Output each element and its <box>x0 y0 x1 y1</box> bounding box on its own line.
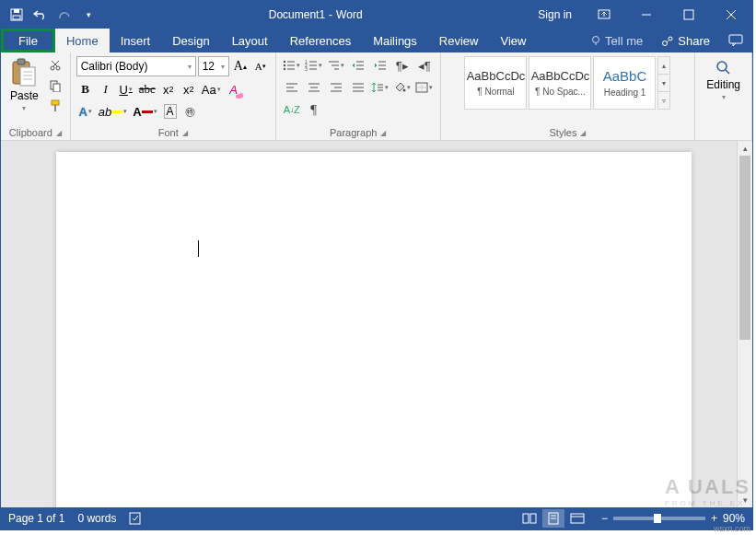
highlight-button[interactable]: ab▾ <box>97 102 129 121</box>
underline-button[interactable]: U▾ <box>117 80 135 99</box>
align-right-button[interactable] <box>326 78 346 97</box>
comments-button[interactable] <box>719 34 752 47</box>
scroll-thumb[interactable] <box>739 156 750 340</box>
tab-review[interactable]: Review <box>428 29 490 52</box>
tab-file[interactable]: File <box>1 29 55 52</box>
clipboard-dialog-launcher[interactable]: ◢ <box>56 129 62 137</box>
vertical-scrollbar[interactable]: ▴ ▾ <box>737 141 752 507</box>
quick-access-toolbar: ▾ <box>1 1 104 29</box>
style-preview: AaBbCcDc <box>531 69 590 83</box>
tab-references[interactable]: References <box>279 29 362 52</box>
zoom-level[interactable]: 90% <box>723 512 745 525</box>
enclose-characters-button[interactable]: ㊕ <box>181 102 200 121</box>
qat-customize-icon[interactable]: ▾ <box>80 6 97 23</box>
sign-in-button[interactable]: Sign in <box>527 8 583 21</box>
expand-gallery-icon[interactable]: ▿ <box>658 92 669 109</box>
paint-bucket-icon <box>393 82 406 93</box>
watermark: A UALS FROM THE EX <box>665 475 750 507</box>
paste-button[interactable]: Paste ▾ <box>6 56 42 115</box>
proofing-status[interactable] <box>129 512 144 525</box>
increase-indent-button[interactable] <box>370 56 390 75</box>
rtl-button[interactable]: ◂¶ <box>414 56 435 75</box>
web-layout-button[interactable] <box>566 509 588 528</box>
borders-button[interactable]: ▾ <box>414 78 435 97</box>
document-page[interactable] <box>56 152 692 507</box>
style-no-spacing[interactable]: AaBbCcDc ¶ No Spac... <box>529 56 591 110</box>
strikethrough-button[interactable]: abc <box>137 80 157 99</box>
scroll-up-icon[interactable]: ▴ <box>658 57 669 75</box>
font-dialog-launcher[interactable]: ◢ <box>182 129 188 137</box>
page-number-status[interactable]: Page 1 of 1 <box>8 512 64 525</box>
multilevel-list-button[interactable]: ▾ <box>326 56 346 75</box>
close-button[interactable] <box>710 1 752 29</box>
group-paragraph: ▾ 123▾ ▾ ¶▸ ◂¶ ▾ ▾ ▾ <box>276 52 441 140</box>
read-mode-button[interactable] <box>518 509 541 528</box>
line-spacing-button[interactable]: ▾ <box>370 78 390 97</box>
scroll-down-icon[interactable]: ▾ <box>658 75 669 92</box>
align-left-button[interactable] <box>282 78 302 97</box>
styles-gallery-scroll[interactable]: ▴ ▾ ▿ <box>657 56 670 110</box>
tell-me-search[interactable]: Tell me <box>581 34 652 48</box>
style-heading-1[interactable]: AaBbC Heading 1 <box>593 56 656 110</box>
tab-mailings[interactable]: Mailings <box>362 29 428 52</box>
paste-label: Paste <box>10 89 39 102</box>
bold-button[interactable]: B <box>76 80 95 99</box>
italic-button[interactable]: I <box>97 80 115 99</box>
zoom-out-button[interactable]: − <box>601 512 608 525</box>
word-count-status[interactable]: 0 words <box>77 512 116 525</box>
svg-rect-28 <box>236 93 243 99</box>
show-hide-button[interactable]: ¶ <box>304 100 324 119</box>
ltr-button[interactable]: ¶▸ <box>392 56 413 75</box>
shading-button[interactable]: ▾ <box>392 78 413 97</box>
clear-formatting-button[interactable]: A <box>225 80 243 99</box>
tab-home[interactable]: Home <box>55 29 110 52</box>
character-shading-button[interactable]: A <box>161 102 180 121</box>
justify-button[interactable] <box>348 78 368 97</box>
maximize-button[interactable] <box>668 1 710 29</box>
decrease-indent-button[interactable] <box>348 56 368 75</box>
bullets-button[interactable]: ▾ <box>282 56 302 75</box>
grow-font-button[interactable]: A▴ <box>231 57 250 76</box>
sort-button[interactable]: A↓Z <box>282 100 302 119</box>
zoom-slider-thumb[interactable] <box>654 514 661 523</box>
redo-icon[interactable] <box>56 6 73 23</box>
copy-button[interactable] <box>46 76 64 95</box>
cut-button[interactable] <box>46 56 64 75</box>
svg-rect-2 <box>13 16 20 19</box>
save-icon[interactable] <box>8 6 25 23</box>
svg-line-12 <box>667 40 669 42</box>
tab-design[interactable]: Design <box>161 29 220 52</box>
read-mode-icon <box>522 513 537 524</box>
numbering-button[interactable]: 123▾ <box>304 56 324 75</box>
font-size-combo[interactable]: 12▾ <box>198 56 229 76</box>
print-layout-button[interactable] <box>542 509 564 528</box>
editing-button[interactable]: Editing ▾ <box>701 56 746 105</box>
zoom-in-button[interactable]: + <box>711 512 717 525</box>
text-effects-button[interactable]: A▾ <box>76 102 95 121</box>
undo-icon[interactable] <box>32 6 49 23</box>
styles-dialog-launcher[interactable]: ◢ <box>580 129 586 137</box>
font-color-button[interactable]: A▾ <box>131 102 158 121</box>
superscript-button[interactable]: x2 <box>180 80 198 99</box>
style-name: ¶ Normal <box>477 87 514 97</box>
shrink-font-button[interactable]: A▾ <box>251 57 270 76</box>
ribbon-display-options-icon[interactable] <box>583 1 625 29</box>
minimize-button[interactable] <box>625 1 668 29</box>
font-name-combo[interactable]: Calibri (Body)▾ <box>76 56 196 76</box>
tab-insert[interactable]: Insert <box>110 29 162 52</box>
ribbon: Paste ▾ Clipboard ◢ Calibri (Body)▾ 12▾ … <box>1 52 752 141</box>
lightbulb-icon <box>590 35 601 46</box>
align-center-button[interactable] <box>304 78 324 97</box>
scroll-up-arrow[interactable]: ▴ <box>738 141 752 156</box>
clipboard-label: Clipboard <box>9 127 52 138</box>
style-normal[interactable]: AaBbCcDc ¶ Normal <box>464 56 527 110</box>
change-case-button[interactable]: Aa▾ <box>200 80 223 99</box>
tab-layout[interactable]: Layout <box>221 29 279 52</box>
zoom-slider[interactable] <box>613 517 705 520</box>
paragraph-dialog-launcher[interactable]: ◢ <box>380 129 386 137</box>
watermark-brand: A UALS <box>665 475 750 498</box>
tab-view[interactable]: View <box>489 29 537 52</box>
share-button[interactable]: Share <box>652 34 719 48</box>
format-painter-button[interactable] <box>46 97 64 115</box>
subscript-button[interactable]: x2 <box>159 80 178 99</box>
